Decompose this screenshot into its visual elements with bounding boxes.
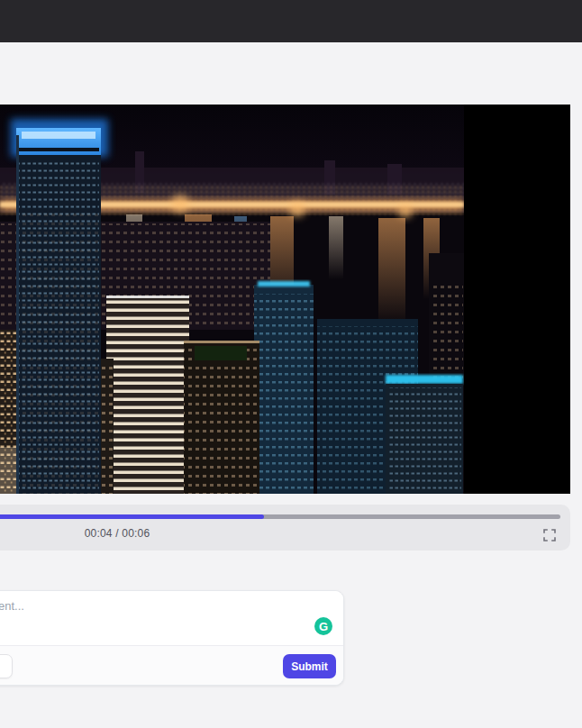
video-player[interactable] [0,105,570,494]
progress-track[interactable] [0,514,560,519]
grammarly-icon[interactable]: G [314,617,332,635]
comment-input[interactable] [0,591,343,645]
player-controls: 00:04 / 00:06 [0,505,570,551]
comment-card-footer: Submit [0,645,343,685]
top-bar [0,0,582,42]
submit-button[interactable]: Submit [283,654,336,678]
progress-fill [0,514,264,519]
fullscreen-button[interactable] [539,524,560,546]
page: 00:04 / 00:06 G Submit [0,0,582,728]
time-display: 00:04 / 00:06 [63,527,171,540]
secondary-button[interactable] [0,654,13,678]
fullscreen-icon [543,529,556,541]
video-frame-cityscape [0,105,570,494]
comment-card: G Submit [0,590,344,686]
